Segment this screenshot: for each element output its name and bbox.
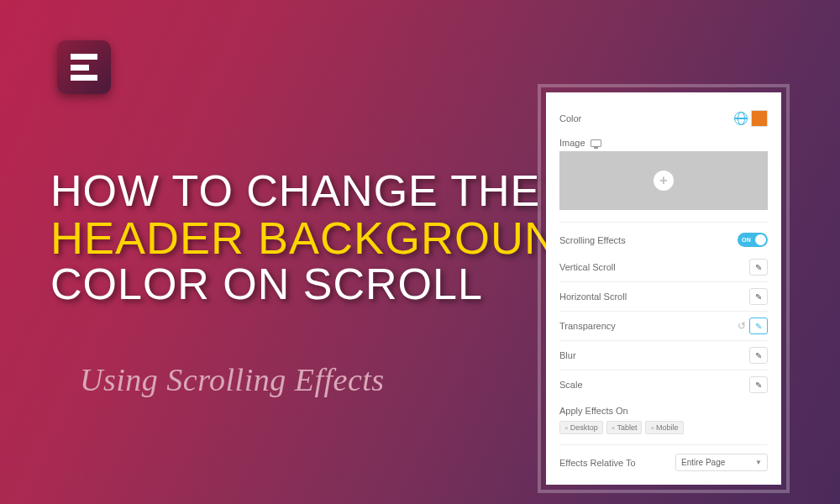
apply-effects-tags: ×Desktop ×Tablet ×Mobile bbox=[559, 421, 768, 445]
vertical-scroll-label: Vertical Scroll bbox=[559, 262, 616, 272]
remove-tag-icon: × bbox=[564, 424, 569, 432]
blur-edit-button[interactable]: ✎ bbox=[749, 347, 768, 364]
title-line-2: Header Background bbox=[50, 214, 591, 262]
image-row-label: Image bbox=[559, 133, 768, 151]
title-line-1: How to change the bbox=[50, 168, 591, 214]
reset-icon[interactable]: ↺ bbox=[738, 320, 746, 332]
transparency-label: Transparency bbox=[559, 321, 616, 331]
tag-mobile[interactable]: ×Mobile bbox=[645, 421, 683, 434]
scale-edit-button[interactable]: ✎ bbox=[749, 376, 768, 393]
tag-tablet[interactable]: ×Tablet bbox=[606, 421, 643, 434]
image-upload-area[interactable]: + bbox=[559, 151, 768, 210]
pencil-icon: ✎ bbox=[755, 381, 762, 390]
apply-effects-label: Apply Effects On bbox=[559, 399, 768, 421]
blur-label: Blur bbox=[559, 350, 576, 360]
horizontal-scroll-label: Horizontal Scroll bbox=[559, 291, 627, 302]
color-label: Color bbox=[559, 113, 581, 123]
remove-tag-icon: × bbox=[612, 424, 616, 432]
chevron-down-icon: ▼ bbox=[755, 459, 762, 466]
select-value: Entire Page bbox=[681, 458, 725, 467]
hero-subtitle: Using Scrolling Effects bbox=[80, 361, 385, 398]
tag-desktop[interactable]: ×Desktop bbox=[559, 421, 603, 434]
scale-label: Scale bbox=[559, 380, 583, 390]
logo-glyph bbox=[71, 54, 97, 81]
pencil-icon: ✎ bbox=[755, 263, 762, 272]
settings-panel: Color Image + Scrolling Effects ON Verti… bbox=[546, 92, 781, 485]
add-image-icon: + bbox=[654, 171, 674, 191]
horizontal-scroll-row: Horizontal Scroll ✎ bbox=[559, 282, 768, 312]
hero-title: How to change the Header Background Colo… bbox=[50, 168, 591, 307]
scale-row: Scale ✎ bbox=[559, 370, 768, 399]
effects-relative-row: Effects Relative To Entire Page ▼ bbox=[559, 445, 768, 471]
image-label: Image bbox=[559, 138, 585, 148]
remove-tag-icon: × bbox=[650, 424, 654, 432]
vertical-scroll-edit-button[interactable]: ✎ bbox=[749, 259, 768, 276]
transparency-edit-button[interactable]: ✎ bbox=[749, 318, 768, 334]
vertical-scroll-row: Vertical Scroll ✎ bbox=[559, 253, 768, 282]
pencil-icon: ✎ bbox=[755, 292, 762, 302]
transparency-row: Transparency ↺ ✎ bbox=[559, 312, 768, 341]
settings-panel-frame: Color Image + Scrolling Effects ON Verti… bbox=[538, 84, 790, 493]
color-row: Color bbox=[559, 104, 768, 133]
effects-relative-label: Effects Relative To bbox=[559, 458, 636, 468]
global-color-icon[interactable] bbox=[734, 112, 748, 125]
title-line-3: Color on Scroll bbox=[50, 261, 591, 307]
scrolling-effects-row: Scrolling Effects ON bbox=[559, 227, 768, 253]
responsive-device-icon[interactable] bbox=[591, 139, 601, 147]
pencil-icon: ✎ bbox=[755, 351, 762, 360]
color-swatch[interactable] bbox=[751, 110, 768, 127]
toggle-on-label: ON bbox=[742, 237, 751, 243]
effects-relative-select[interactable]: Entire Page ▼ bbox=[675, 454, 768, 471]
toggle-knob bbox=[755, 234, 766, 245]
blur-row: Blur ✎ bbox=[559, 341, 768, 370]
scrolling-effects-toggle[interactable]: ON bbox=[738, 233, 768, 247]
pencil-icon: ✎ bbox=[755, 322, 762, 331]
scrolling-effects-label: Scrolling Effects bbox=[559, 235, 626, 245]
color-control bbox=[734, 110, 768, 127]
elementor-logo bbox=[57, 40, 111, 94]
horizontal-scroll-edit-button[interactable]: ✎ bbox=[749, 288, 768, 305]
